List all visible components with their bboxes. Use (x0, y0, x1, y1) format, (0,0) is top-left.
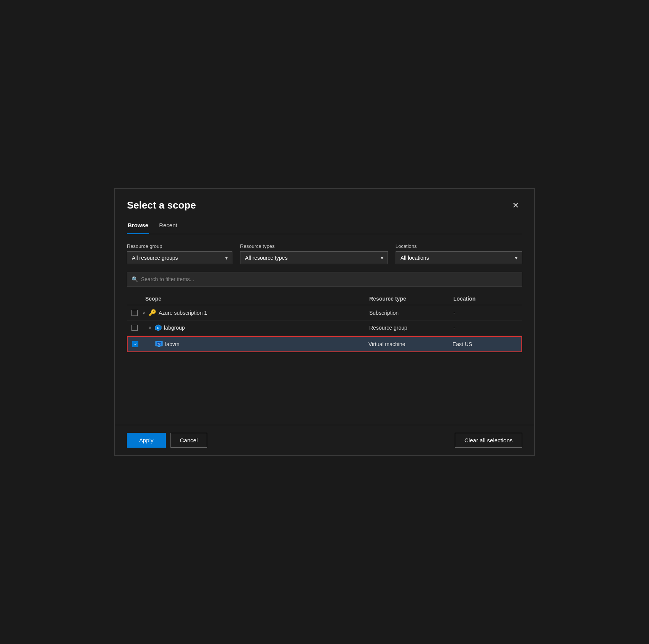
location-labgroup: - (453, 325, 522, 331)
resource-type-labgroup: Resource group (369, 325, 453, 331)
close-button[interactable]: ✕ (509, 200, 522, 211)
table-row: ∨ 🔑 Azure subscription 1 Subscription - (127, 305, 522, 320)
select-scope-dialog: Select a scope ✕ Browse Recent Resource … (114, 188, 535, 456)
checkmark-icon: ✓ (134, 342, 137, 346)
filter-resource-types: Resource types All resource types (240, 243, 388, 264)
filter-resource-group: Resource group All resource groups (127, 243, 232, 264)
scope-label-labvm: labvm (165, 341, 179, 347)
location-subscription: - (453, 310, 522, 316)
resourcegroup-icon: R (155, 324, 162, 331)
svg-text:R: R (157, 326, 159, 330)
search-wrapper: 🔍 (127, 272, 522, 286)
svg-text:VM: VM (157, 343, 161, 345)
scope-cell-labgroup: ∨ R labgroup (142, 324, 369, 331)
search-input[interactable] (127, 272, 522, 286)
scope-label-labgroup: labgroup (164, 325, 185, 331)
chevron-icon-labgroup: ∨ (148, 325, 152, 330)
resource-group-wrapper: All resource groups (127, 251, 232, 264)
chevron-icon-subscription: ∨ (142, 310, 146, 316)
svg-rect-5 (157, 346, 161, 346)
vm-icon: VM (155, 341, 163, 348)
resource-group-select[interactable]: All resource groups (127, 251, 232, 264)
checkbox-cell-labvm: ✓ (128, 341, 143, 347)
checkbox-cell-labgroup (127, 325, 142, 331)
search-row: 🔍 (127, 272, 522, 286)
dialog-footer: Apply Cancel Clear all selections (115, 425, 534, 455)
tabs: Browse Recent (127, 219, 522, 234)
scope-cell-labvm: VM labvm (143, 341, 368, 348)
checkbox-labgroup[interactable] (131, 325, 138, 331)
col-checkbox (127, 296, 142, 302)
tab-recent[interactable]: Recent (158, 219, 178, 234)
subscription-icon: 🔑 (149, 309, 156, 316)
scope-label-subscription: Azure subscription 1 (159, 310, 207, 316)
resource-types-wrapper: All resource types (240, 251, 388, 264)
location-labvm: East US (453, 341, 521, 347)
locations-select[interactable]: All locations (396, 251, 522, 264)
footer-left: Apply Cancel (127, 433, 207, 448)
svg-rect-4 (158, 346, 160, 347)
resource-types-label: Resource types (240, 243, 388, 249)
table-header: Scope Resource type Location (127, 293, 522, 305)
resource-type-labvm: Virtual machine (368, 341, 453, 347)
resource-types-select[interactable]: All resource types (240, 251, 388, 264)
cancel-button[interactable]: Cancel (170, 433, 208, 448)
col-scope: Scope (142, 296, 369, 302)
checkbox-subscription[interactable] (131, 310, 138, 316)
scope-cell-subscription: ∨ 🔑 Azure subscription 1 (142, 309, 369, 316)
clear-all-button[interactable]: Clear all selections (455, 433, 522, 448)
resource-type-subscription: Subscription (369, 310, 453, 316)
table-body: ∨ 🔑 Azure subscription 1 Subscription - … (127, 305, 522, 425)
locations-wrapper: All locations (396, 251, 522, 264)
resource-group-label: Resource group (127, 243, 232, 249)
tab-browse[interactable]: Browse (127, 219, 149, 234)
checkbox-cell-subscription (127, 310, 142, 316)
checkbox-labvm[interactable]: ✓ (132, 341, 138, 347)
filter-locations: Locations All locations (396, 243, 522, 264)
locations-label: Locations (396, 243, 522, 249)
table-row: ∨ R labgroup Resource group - (127, 320, 522, 335)
dialog-body: Browse Recent Resource group All resourc… (115, 219, 534, 425)
table-row-selected: ✓ VM labvm Virtual mac (127, 336, 522, 352)
col-resource-type: Resource type (369, 296, 453, 302)
filters-row: Resource group All resource groups Resou… (127, 243, 522, 264)
dialog-title: Select a scope (127, 199, 196, 211)
dialog-header: Select a scope ✕ (115, 189, 534, 219)
apply-button[interactable]: Apply (127, 433, 166, 448)
col-location: Location (453, 296, 522, 302)
